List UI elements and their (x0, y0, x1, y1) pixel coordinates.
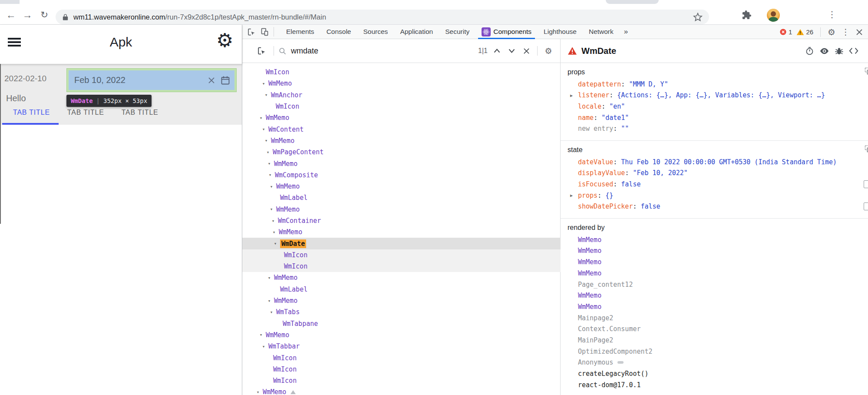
tree-row-wmmemo[interactable]: ▾WmMemo (242, 181, 561, 192)
rendered-by-item[interactable]: WmMemo (561, 301, 868, 312)
tree-row-wmtabbar[interactable]: ▾WmTabbar (242, 341, 561, 352)
expand-arrow-icon[interactable]: ▾ (267, 206, 276, 212)
expand-arrow-icon[interactable]: ▾ (259, 81, 268, 86)
tree-row-wmmemo[interactable]: ▾WmMemo (242, 329, 561, 341)
state-row-displayValue[interactable]: displayValue:"Feb 10, 2022" (561, 168, 868, 179)
devtools-tab-application[interactable]: Application (394, 25, 439, 39)
next-result-chevron-icon[interactable] (504, 44, 519, 57)
clear-search-icon[interactable] (519, 44, 534, 57)
props-row-new-entry[interactable]: new entry:"" (561, 123, 868, 134)
devtools-tab-elements[interactable]: Elements (280, 25, 320, 39)
reload-button[interactable]: ↻ (38, 8, 51, 21)
error-badge[interactable]: 1 (779, 28, 792, 36)
inspect-element-icon[interactable] (245, 26, 258, 37)
tree-row-wmicon[interactable]: WmIcon (242, 261, 561, 272)
expand-arrow-icon[interactable]: ▾ (269, 229, 279, 235)
copy-to-clipboard-icon[interactable] (865, 67, 868, 75)
tree-row-wmmemo[interactable]: ▾WmMemo (242, 78, 561, 89)
browser-menu-kebab-icon[interactable]: ⋮ (828, 9, 836, 20)
date-input-field[interactable]: Feb 10, 2022 (69, 70, 234, 90)
isFocused-checkbox[interactable] (864, 180, 868, 188)
devtools-tab-lighthouse[interactable]: Lighthouse (538, 25, 583, 39)
tree-row-wmicon[interactable]: WmIcon (242, 364, 561, 375)
tree-row-wmmemo[interactable]: ▾WmMemo (242, 135, 561, 146)
suspend-timer-icon[interactable] (802, 44, 817, 57)
expand-arrow-icon[interactable]: ▾ (261, 138, 271, 143)
copy-to-clipboard-icon[interactable] (865, 145, 868, 153)
app-tab-1[interactable]: TAB TITLE (13, 109, 50, 116)
tree-row-wmtabs[interactable]: ▾WmTabs (242, 306, 561, 318)
browser-profile-avatar[interactable] (767, 9, 780, 22)
expand-arrow-icon[interactable]: ▾ (259, 126, 268, 132)
devtools-tab-security[interactable]: Security (439, 25, 475, 39)
tree-row-wmanchor[interactable]: ▾WmAnchor (242, 90, 561, 101)
tree-row-wmmemo[interactable]: ▾WmMemo (242, 158, 561, 169)
expand-arrow-icon[interactable]: ▾ (271, 241, 280, 246)
tree-row-wmicon[interactable]: WmIcon (242, 66, 561, 78)
props-row-listener[interactable]: ▶listener:{Actions: {…}, App: {…}, Varia… (561, 90, 868, 101)
devtools-settings-gear-icon[interactable]: ⚙ (828, 27, 835, 37)
tree-row-wmcontainer[interactable]: ▾WmContainer (242, 215, 561, 226)
showDatePicker-checkbox[interactable] (864, 202, 868, 210)
extensions-puzzle-icon[interactable] (742, 10, 751, 20)
devtools-tab-components[interactable]: Components (475, 25, 538, 39)
back-button[interactable]: ← (4, 8, 17, 21)
url-bar[interactable]: wm11.wavemakeronline.com/run-7x9x2d8c1p/… (56, 10, 709, 24)
expand-arrow-icon[interactable]: ▶ (570, 93, 573, 98)
tree-row-wmmemo[interactable]: ▾WmMemo (242, 295, 561, 306)
rendered-by-item[interactable]: WmMemo (561, 256, 868, 268)
warning-badge[interactable]: 26 (796, 28, 813, 36)
expand-arrow-icon[interactable]: ▾ (264, 275, 274, 281)
rendered-by-item[interactable]: WmMemo (561, 290, 868, 301)
more-tabs-chevron[interactable]: » (620, 27, 632, 36)
tree-row-wmmemo[interactable]: ▾WmMemo (242, 204, 561, 215)
expand-arrow-icon[interactable]: ▾ (267, 309, 276, 315)
tree-row-wmlabel[interactable]: WmLabel (242, 192, 561, 203)
props-row-name[interactable]: name:"date1" (561, 112, 868, 123)
components-search-input[interactable]: wmdate (291, 46, 478, 56)
expand-arrow-icon[interactable]: ▾ (268, 218, 278, 224)
expand-arrow-icon[interactable]: ▾ (265, 172, 275, 178)
expand-arrow-icon[interactable]: ▾ (267, 184, 276, 189)
inspect-component-icon[interactable] (254, 44, 269, 57)
app-settings-gear-icon[interactable]: ⚙ (216, 31, 233, 50)
view-source-code-icon[interactable] (846, 44, 861, 57)
clear-date-icon[interactable] (206, 75, 217, 86)
state-row-dateValue[interactable]: dateValue:Thu Feb 10 2022 00:00:00 GMT+0… (561, 156, 868, 168)
props-row-datepattern[interactable]: datepattern:"MMM D, Y" (561, 79, 868, 90)
props-row-locale[interactable]: locale:"en" (561, 101, 868, 112)
inspect-dom-eye-icon[interactable] (817, 44, 832, 57)
devtools-tab-network[interactable]: Network (583, 25, 620, 39)
expand-arrow-icon[interactable]: ▾ (256, 332, 266, 338)
devtools-tab-console[interactable]: Console (320, 25, 357, 39)
tree-row-wmpagecontent[interactable]: ▾WmPageContent (242, 146, 561, 158)
tree-row-wmmemo[interactable]: ▾WmMemo (242, 226, 561, 238)
forward-button[interactable]: → (21, 8, 34, 21)
rendered-by-item[interactable]: WmMemo (561, 234, 868, 246)
tree-row-wmcontent[interactable]: ▾WmContent (242, 123, 561, 135)
expand-arrow-icon[interactable]: ▾ (264, 298, 274, 304)
expand-arrow-icon[interactable]: ▾ (264, 161, 274, 166)
previous-result-chevron-icon[interactable] (489, 44, 504, 57)
state-row-showDatePicker[interactable]: showDatePicker:false (561, 201, 868, 212)
state-row-props[interactable]: ▶props:{} (561, 190, 868, 201)
tree-row-wmmemo[interactable]: ▾WmMemo (242, 272, 561, 283)
tree-settings-gear-icon[interactable]: ⚙ (541, 44, 556, 57)
tree-row-wmicon[interactable]: WmIcon (242, 249, 561, 261)
expand-arrow-icon[interactable]: ▾ (256, 115, 266, 121)
tree-row-wmdate[interactable]: ▾WmDate (242, 238, 561, 249)
tree-row-wmmemo[interactable]: ▾WmMemo (242, 386, 561, 395)
tree-row-wmicon[interactable]: WmIcon (242, 352, 561, 363)
tree-row-wmtabpane[interactable]: WmTabpane (242, 318, 561, 329)
tree-row-wmlabel[interactable]: WmLabel (242, 284, 561, 295)
tree-row-wmicon[interactable]: WmIcon (242, 375, 561, 386)
tree-row-wmmemo[interactable]: ▾WmMemo (242, 112, 561, 123)
rendered-by-item[interactable]: WmMemo (561, 246, 868, 257)
log-to-console-bug-icon[interactable] (832, 44, 846, 57)
device-toolbar-icon[interactable] (258, 26, 271, 37)
tree-row-wmcomposite[interactable]: ▾WmComposite (242, 169, 561, 181)
devtools-close-icon[interactable] (856, 29, 863, 36)
state-row-isFocused[interactable]: isFocused:false (561, 179, 868, 190)
app-tab-3[interactable]: TAB TITLE (122, 109, 158, 116)
calendar-icon[interactable] (220, 75, 231, 86)
